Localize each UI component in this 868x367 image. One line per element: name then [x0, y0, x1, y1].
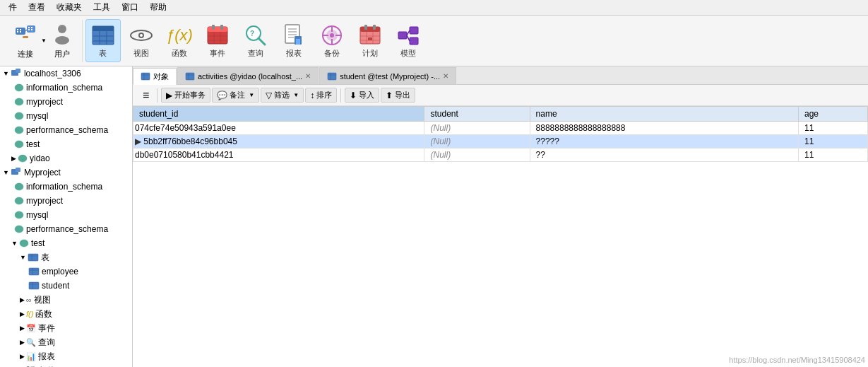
sidebar-item-backup[interactable]: ▶ 💾 备份 — [0, 363, 132, 367]
table-button[interactable]: 表 — [85, 19, 121, 62]
expand-icon[interactable]: ▼ — [3, 70, 9, 77]
table-row[interactable]: db0e0710580b41cbb4421(Null)??11 — [133, 148, 868, 162]
sidebar-item-test2[interactable]: ▼ test — [0, 236, 132, 250]
import-label: 导入 — [359, 90, 374, 100]
yidao1-expand[interactable]: ▶ — [11, 155, 16, 162]
sidebar-item-views[interactable]: ▶ ∞ 视图 — [0, 293, 132, 307]
col-student[interactable]: student — [424, 107, 530, 122]
sort-button[interactable]: ↕ 排序 — [305, 88, 337, 103]
sidebar-item-mysql2[interactable]: mysql — [0, 208, 132, 222]
connect-icon — [14, 22, 37, 49]
begin-task-icon: ▶ — [166, 91, 172, 100]
connect-button[interactable]: 连接 — [11, 19, 40, 62]
tab-student[interactable]: student @test (Myproject) -... ✕ — [319, 67, 456, 84]
sidebar-item-myproject1[interactable]: myproject — [0, 95, 132, 109]
queries-expand[interactable]: ▶ — [20, 339, 25, 346]
mysql2-label: mysql — [26, 210, 48, 220]
export-button[interactable]: ⬆ 导出 — [381, 88, 415, 103]
svg-text:?: ? — [250, 30, 254, 37]
col-age[interactable]: age — [799, 107, 868, 122]
comment-dropdown-arrow[interactable]: ▼ — [249, 92, 254, 98]
sidebar: ▼ localhost_3306 information_schema mypr… — [0, 66, 133, 367]
menu-tools[interactable]: 工具 — [88, 0, 116, 15]
sidebar-item-info-schema1[interactable]: information_schema — [0, 81, 132, 95]
import-button[interactable]: ⬇ 导入 — [345, 88, 379, 103]
menu-file[interactable]: 件 — [3, 0, 23, 15]
sidebar-item-myproject-server[interactable]: ▼ Myproject — [0, 165, 132, 180]
menu-view[interactable]: 查看 — [23, 0, 51, 15]
filter-dropdown-arrow[interactable]: ▼ — [293, 92, 299, 98]
myproject-expand[interactable]: ▼ — [3, 169, 9, 176]
backup-button[interactable]: 备份 — [314, 20, 350, 62]
event-button[interactable]: 事件 — [200, 20, 235, 62]
sidebar-item-student[interactable]: student — [0, 279, 132, 293]
report-button[interactable]: 报表 — [276, 20, 311, 62]
row-name-cell: ?? — [530, 148, 798, 162]
menu-window[interactable]: 窗口 — [116, 0, 144, 15]
menu-help[interactable]: 帮助 — [144, 0, 172, 15]
comment-label: 备注 — [230, 90, 245, 100]
tab-objects[interactable]: 对象 — [133, 68, 177, 85]
user-button[interactable]: 用户 — [48, 19, 76, 62]
comment-button[interactable]: 💬 备注 ▼ — [212, 88, 259, 103]
col-name[interactable]: name — [530, 107, 798, 122]
sidebar-item-reports[interactable]: ▶ 📊 报表 — [0, 349, 132, 363]
svg-rect-2 — [17, 31, 18, 33]
table-row[interactable]: 074cfe74e50943a591a0ee(Null)888888888888… — [133, 122, 868, 135]
row-arrow-cell: db0e0710580b41cbb4421 — [133, 148, 424, 162]
query-button[interactable]: ? 查询 — [238, 20, 273, 62]
comment-icon: 💬 — [217, 91, 227, 100]
sidebar-item-localhost[interactable]: ▼ localhost_3306 — [0, 66, 132, 81]
menu-icon-button[interactable]: ≡ — [138, 88, 153, 103]
sidebar-item-info-schema2[interactable]: information_schema — [0, 180, 132, 194]
sort-label: 排序 — [316, 90, 332, 100]
user-icon — [51, 22, 73, 49]
sidebar-item-employee[interactable]: employee — [0, 264, 132, 279]
row-arrow-cell: 074cfe74e50943a591a0ee — [133, 122, 424, 135]
schedule-button[interactable]: 计划 — [352, 20, 388, 62]
tables-expand[interactable]: ▼ — [20, 254, 26, 261]
filter-button[interactable]: ▽ 筛选 ▼ — [261, 88, 304, 103]
table-row[interactable]: ▶ 5bb2ff76bbe84c96bb045(Null)?????11 — [133, 135, 868, 148]
table-toolbar: ≡ ▶ 开始事务 💬 备注 ▼ ▽ 筛选 ▼ ↕ 排序 ⬇ — [133, 85, 868, 106]
events-expand[interactable]: ▶ — [20, 325, 25, 332]
tab-activities-label: activities @yidao (localhost_... — [198, 72, 302, 81]
row-arrow-cell: ▶ 5bb2ff76bbe84c96bb045 — [133, 135, 424, 148]
sidebar-item-myproject2[interactable]: myproject — [0, 194, 132, 208]
sidebar-item-yidao1[interactable]: ▶ yidao — [0, 151, 132, 165]
mysql1-label: mysql — [26, 111, 48, 121]
funcs-expand[interactable]: ▶ — [20, 310, 25, 318]
sidebar-item-tables[interactable]: ▼ 表 — [0, 250, 132, 264]
toolbar-separator-1 — [157, 88, 157, 103]
view-button[interactable]: 视图 — [124, 20, 159, 62]
perf2-label: performance_schema — [26, 224, 108, 234]
begin-task-button[interactable]: ▶ 开始事务 — [161, 88, 210, 103]
backup-icon — [319, 23, 345, 48]
tab-student-close[interactable]: ✕ — [443, 72, 448, 80]
views-label: 视图 — [34, 294, 51, 306]
content-area: 对象 activities @yidao (localhost_... ✕ st… — [133, 66, 868, 367]
svg-point-73 — [15, 197, 23, 204]
sidebar-item-test1[interactable]: test — [0, 137, 132, 151]
tab-activities-close[interactable]: ✕ — [305, 72, 311, 80]
sidebar-item-perf1[interactable]: performance_schema — [0, 123, 132, 137]
svg-rect-80 — [29, 268, 39, 275]
menu-favorites[interactable]: 收藏夹 — [51, 0, 88, 15]
function-button[interactable]: ƒ(x) 函数 — [162, 20, 197, 62]
row-student-cell: (Null) — [424, 122, 530, 135]
views-expand[interactable]: ▶ — [20, 296, 25, 303]
svg-point-68 — [15, 141, 23, 148]
sidebar-item-funcs[interactable]: ▶ f() 函数 — [0, 307, 132, 321]
sidebar-item-queries[interactable]: ▶ 🔍 查询 — [0, 335, 132, 349]
sidebar-item-events[interactable]: ▶ 📅 事件 — [0, 321, 132, 335]
model-button[interactable]: 模型 — [391, 20, 426, 62]
sidebar-item-mysql1[interactable]: mysql — [0, 109, 132, 123]
sidebar-item-perf2[interactable]: performance_schema — [0, 222, 132, 236]
test2-expand[interactable]: ▼ — [11, 240, 18, 247]
col-student-id[interactable]: student_id — [133, 107, 424, 122]
tab-activities[interactable]: activities @yidao (localhost_... ✕ — [177, 67, 319, 84]
export-icon: ⬆ — [386, 91, 393, 100]
connect-dropdown-arrow[interactable]: ▼ — [41, 37, 47, 44]
myproject1-label: myproject — [26, 97, 63, 107]
reports-expand[interactable]: ▶ — [20, 353, 25, 360]
